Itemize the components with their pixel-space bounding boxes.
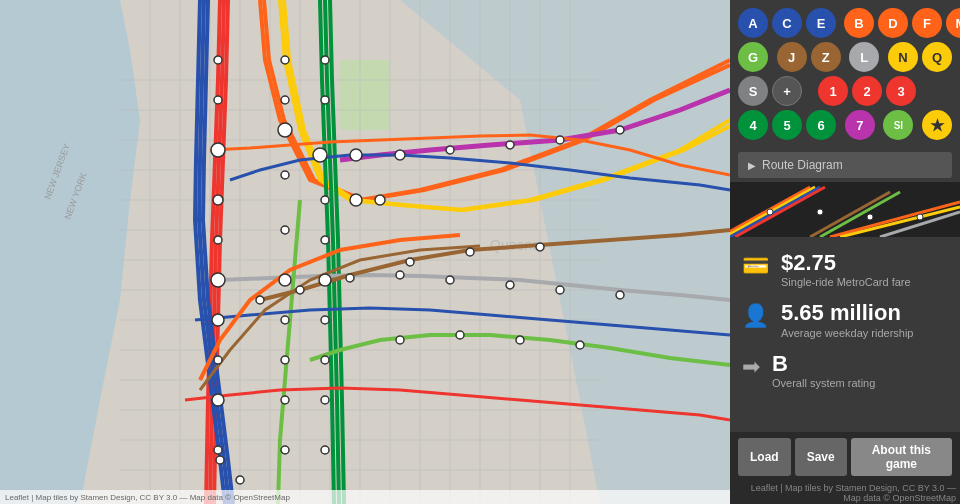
- line-btn-S[interactable]: S: [738, 76, 768, 106]
- save-button[interactable]: Save: [795, 438, 847, 476]
- ridership-stat-row: 👤 5.65 million Average weekday ridership: [742, 301, 948, 339]
- line-btn-B[interactable]: B: [844, 8, 874, 38]
- svg-point-71: [446, 276, 454, 284]
- svg-point-62: [321, 356, 329, 364]
- line-btn-N[interactable]: N: [888, 42, 918, 72]
- about-button[interactable]: About this game: [851, 438, 952, 476]
- line-btn-4[interactable]: 4: [738, 110, 768, 140]
- line-row-1: A C E B D F M: [738, 8, 952, 38]
- bottom-buttons: Load Save About this game: [730, 432, 960, 482]
- line-btn-Z[interactable]: Z: [811, 42, 841, 72]
- map-svg: NEW JERSEY NEW YORK Queens: [0, 0, 730, 504]
- line-btn-6[interactable]: 6: [806, 110, 836, 140]
- svg-point-55: [281, 396, 289, 404]
- fare-value: $2.75: [781, 251, 911, 275]
- line-btn-star[interactable]: ★: [922, 110, 952, 140]
- line-btn-F[interactable]: F: [912, 8, 942, 38]
- svg-point-64: [321, 446, 329, 454]
- route-diagram-button[interactable]: Route Diagram: [738, 152, 952, 178]
- svg-point-60: [321, 236, 329, 244]
- svg-rect-91: [730, 182, 960, 237]
- svg-point-85: [466, 248, 474, 256]
- svg-point-37: [350, 194, 362, 206]
- rating-icon: ➡: [742, 354, 760, 380]
- svg-point-73: [556, 286, 564, 294]
- svg-point-40: [212, 394, 224, 406]
- line-btn-plus[interactable]: +: [772, 76, 802, 106]
- line-btn-J[interactable]: J: [777, 42, 807, 72]
- ridership-label: Average weekday ridership: [781, 326, 913, 340]
- svg-point-88: [236, 476, 244, 484]
- svg-point-77: [516, 336, 524, 344]
- svg-text:Leaflet | Map tiles by Stamen : Leaflet | Map tiles by Stamen Design, CC…: [5, 493, 290, 502]
- svg-point-65: [395, 150, 405, 160]
- line-btn-C[interactable]: C: [772, 8, 802, 38]
- svg-point-68: [556, 136, 564, 144]
- svg-point-43: [214, 56, 222, 64]
- ridership-value: 5.65 million: [781, 301, 913, 325]
- line-btn-G[interactable]: G: [738, 42, 768, 72]
- rating-stat-row: ➡ B Overall system rating: [742, 352, 948, 390]
- svg-point-41: [279, 274, 291, 286]
- svg-point-82: [296, 286, 304, 294]
- attribution-text: Leaflet | Map tiles by Stamen Design, CC…: [751, 483, 956, 503]
- line-row-2: G J Z L N Q: [738, 42, 952, 72]
- svg-point-80: [375, 195, 385, 205]
- load-button[interactable]: Load: [738, 438, 791, 476]
- line-btn-Q[interactable]: Q: [922, 42, 952, 72]
- svg-point-48: [214, 446, 222, 454]
- svg-point-59: [321, 196, 329, 204]
- line-btn-SI[interactable]: SI: [883, 110, 913, 140]
- line-btn-D[interactable]: D: [878, 8, 908, 38]
- svg-point-36: [313, 148, 327, 162]
- svg-point-70: [396, 271, 404, 279]
- line-btn-2[interactable]: 2: [852, 76, 882, 106]
- sidebar: A C E B D F M G J Z L N Q S + 1: [730, 0, 960, 504]
- rating-content: B Overall system rating: [772, 352, 875, 390]
- line-btn-1[interactable]: 1: [818, 76, 848, 106]
- svg-point-52: [281, 226, 289, 234]
- attribution: Leaflet | Map tiles by Stamen Design, CC…: [730, 482, 960, 504]
- line-buttons: A C E B D F M G J Z L N Q S + 1: [730, 0, 960, 148]
- svg-point-74: [616, 291, 624, 299]
- svg-point-103: [867, 214, 873, 220]
- svg-point-50: [281, 96, 289, 104]
- line-btn-3[interactable]: 3: [886, 76, 916, 106]
- rating-label: Overall system rating: [772, 376, 875, 390]
- svg-point-66: [446, 146, 454, 154]
- line-btn-L[interactable]: L: [849, 42, 879, 72]
- svg-point-42: [319, 274, 331, 286]
- line-btn-A[interactable]: A: [738, 8, 768, 38]
- fare-label: Single-ride MetroCard fare: [781, 275, 911, 289]
- svg-point-83: [346, 274, 354, 282]
- line-btn-7[interactable]: 7: [845, 110, 875, 140]
- svg-point-44: [214, 96, 222, 104]
- line-row-4: 4 5 6 7 SI ★: [738, 110, 952, 140]
- svg-point-69: [616, 126, 624, 134]
- svg-point-53: [281, 316, 289, 324]
- svg-point-45: [213, 195, 223, 205]
- svg-point-35: [278, 123, 292, 137]
- svg-point-72: [506, 281, 514, 289]
- svg-point-67: [506, 141, 514, 149]
- line-btn-M[interactable]: M: [946, 8, 960, 38]
- svg-point-38: [211, 273, 225, 287]
- line-btn-5[interactable]: 5: [772, 110, 802, 140]
- svg-point-63: [321, 396, 329, 404]
- map-area[interactable]: NEW JERSEY NEW YORK Queens: [0, 0, 730, 504]
- svg-point-54: [281, 356, 289, 364]
- line-btn-E[interactable]: E: [806, 8, 836, 38]
- route-preview: [730, 182, 960, 237]
- fare-content: $2.75 Single-ride MetroCard fare: [781, 251, 911, 289]
- svg-point-79: [350, 149, 362, 161]
- svg-point-81: [256, 296, 264, 304]
- stats-area: 💳 $2.75 Single-ride MetroCard fare 👤 5.6…: [730, 241, 960, 432]
- svg-point-51: [281, 171, 289, 179]
- svg-point-86: [536, 243, 544, 251]
- svg-point-78: [576, 341, 584, 349]
- svg-point-58: [321, 96, 329, 104]
- route-diagram-label: Route Diagram: [762, 158, 843, 172]
- svg-point-104: [917, 214, 923, 220]
- svg-point-102: [817, 209, 823, 215]
- svg-point-39: [212, 314, 224, 326]
